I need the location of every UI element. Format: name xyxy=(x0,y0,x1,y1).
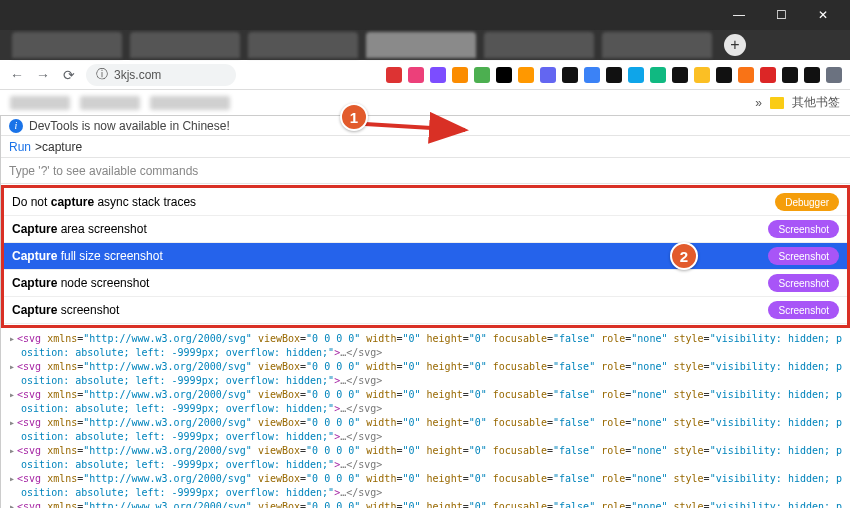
bookmark-item[interactable] xyxy=(10,96,70,110)
browser-tab[interactable] xyxy=(484,32,594,58)
command-label: Capture area screenshot xyxy=(12,222,760,236)
command-item[interactable]: Capture screenshotScreenshot xyxy=(4,297,847,324)
extension-icon[interactable] xyxy=(760,67,776,83)
folder-icon xyxy=(770,97,784,109)
extension-icon[interactable] xyxy=(672,67,688,83)
extension-icon[interactable] xyxy=(562,67,578,83)
command-label: Capture full size screenshot xyxy=(12,249,760,263)
command-run-row: Run >capture xyxy=(1,136,850,158)
browser-tab[interactable] xyxy=(248,32,358,58)
extension-icon[interactable] xyxy=(496,67,512,83)
command-item[interactable]: Capture node screenshotScreenshot xyxy=(4,270,847,297)
browser-tab-strip: + xyxy=(0,30,850,60)
main-area: ⓦ ⏱ ✎ 💬 + ✦ 科技师 www.3kjs.com ••• 菜单 xyxy=(0,116,850,508)
extension-icon[interactable] xyxy=(430,67,446,83)
extension-icon[interactable] xyxy=(606,67,622,83)
extension-icon[interactable] xyxy=(826,67,842,83)
bookmark-item[interactable] xyxy=(80,96,140,110)
reload-button[interactable]: ⟳ xyxy=(60,66,78,84)
extension-icon[interactable] xyxy=(694,67,710,83)
extension-icon[interactable] xyxy=(518,67,534,83)
window-minimize[interactable]: — xyxy=(718,1,760,29)
extension-icon[interactable] xyxy=(474,67,490,83)
browser-tab[interactable] xyxy=(12,32,122,58)
dom-node[interactable]: osition: absolute; left: -9999px; overfl… xyxy=(9,402,842,416)
forward-button[interactable]: → xyxy=(34,66,52,84)
screenshot-badge: Screenshot xyxy=(768,220,839,238)
screenshot-badge: Screenshot xyxy=(768,247,839,265)
extension-icon[interactable] xyxy=(408,67,424,83)
command-label: Capture screenshot xyxy=(12,303,760,317)
extension-icon[interactable] xyxy=(628,67,644,83)
command-label: Do not capture async stack traces xyxy=(12,195,767,209)
dom-node[interactable]: ▸<svg xmlns="http://www.w3.org/2000/svg"… xyxy=(9,500,842,508)
debugger-badge: Debugger xyxy=(775,193,839,211)
window-titlebar: — ☐ ✕ xyxy=(0,0,850,30)
browser-tab[interactable] xyxy=(130,32,240,58)
extensions-tray xyxy=(386,67,842,83)
bookmarks-bar: » 其他书签 xyxy=(0,90,850,116)
dom-node[interactable]: ▸<svg xmlns="http://www.w3.org/2000/svg"… xyxy=(9,472,842,486)
extension-icon[interactable] xyxy=(650,67,666,83)
address-bar[interactable]: ⓘ 3kjs.com xyxy=(86,64,236,86)
run-query: >capture xyxy=(35,140,82,154)
bookmark-item[interactable] xyxy=(150,96,230,110)
command-input[interactable]: Type '?' to see available commands xyxy=(1,158,850,184)
extension-icon[interactable] xyxy=(804,67,820,83)
command-item[interactable]: Do not capture async stack tracesDebugge… xyxy=(4,189,847,216)
screenshot-badge: Screenshot xyxy=(768,301,839,319)
dom-node[interactable]: ▸<svg xmlns="http://www.w3.org/2000/svg"… xyxy=(9,416,842,430)
elements-dom-tree[interactable]: ▸<svg xmlns="http://www.w3.org/2000/svg"… xyxy=(1,328,850,508)
dom-node[interactable]: ▸<svg xmlns="http://www.w3.org/2000/svg"… xyxy=(9,332,842,346)
command-label: Capture node screenshot xyxy=(12,276,760,290)
dom-node[interactable]: osition: absolute; left: -9999px; overfl… xyxy=(9,430,842,444)
window-close[interactable]: ✕ xyxy=(802,1,844,29)
extension-icon[interactable] xyxy=(452,67,468,83)
browser-tab[interactable] xyxy=(366,32,476,58)
other-bookmarks[interactable]: 其他书签 xyxy=(792,94,840,111)
dom-node[interactable]: osition: absolute; left: -9999px; overfl… xyxy=(9,374,842,388)
extension-icon[interactable] xyxy=(782,67,798,83)
dom-node[interactable]: osition: absolute; left: -9999px; overfl… xyxy=(9,458,842,472)
command-item[interactable]: Capture area screenshotScreenshot xyxy=(4,216,847,243)
back-button[interactable]: ← xyxy=(8,66,26,84)
bookmarks-overflow[interactable]: » xyxy=(755,96,762,110)
window-maximize[interactable]: ☐ xyxy=(760,1,802,29)
run-label: Run xyxy=(9,140,31,154)
dom-node[interactable]: osition: absolute; left: -9999px; overfl… xyxy=(9,346,842,360)
devtools-panel: i DevTools is now available in Chinese! … xyxy=(0,116,850,508)
dom-node[interactable]: osition: absolute; left: -9999px; overfl… xyxy=(9,486,842,500)
info-icon: i xyxy=(9,119,23,133)
url-text: 3kjs.com xyxy=(114,68,161,82)
extension-icon[interactable] xyxy=(738,67,754,83)
extension-icon[interactable] xyxy=(386,67,402,83)
command-list: Do not capture async stack tracesDebugge… xyxy=(1,185,850,328)
screenshot-badge: Screenshot xyxy=(768,274,839,292)
site-info-icon[interactable]: ⓘ xyxy=(96,66,108,83)
dom-node[interactable]: ▸<svg xmlns="http://www.w3.org/2000/svg"… xyxy=(9,360,842,374)
dom-node[interactable]: ▸<svg xmlns="http://www.w3.org/2000/svg"… xyxy=(9,444,842,458)
dom-node[interactable]: ▸<svg xmlns="http://www.w3.org/2000/svg"… xyxy=(9,388,842,402)
extension-icon[interactable] xyxy=(540,67,556,83)
devtools-info-bar: i DevTools is now available in Chinese! xyxy=(1,116,850,136)
extension-icon[interactable] xyxy=(716,67,732,83)
extension-icon[interactable] xyxy=(584,67,600,83)
new-tab-button[interactable]: + xyxy=(724,34,746,56)
browser-toolbar: ← → ⟳ ⓘ 3kjs.com xyxy=(0,60,850,90)
browser-tab[interactable] xyxy=(602,32,712,58)
info-text: DevTools is now available in Chinese! xyxy=(29,119,230,133)
command-item[interactable]: Capture full size screenshotScreenshot xyxy=(4,243,847,270)
